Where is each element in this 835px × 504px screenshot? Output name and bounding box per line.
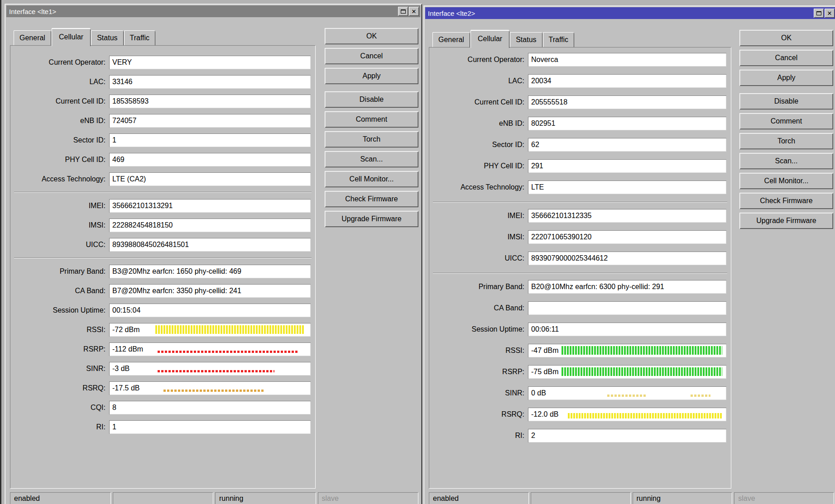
scan-button[interactable]: Scan... (739, 153, 833, 169)
uicc-field[interactable]: 8939880845026481501 (109, 238, 311, 252)
sector-id-label: Sector ID: (432, 141, 528, 149)
sinr-field[interactable]: 0 dB (528, 386, 726, 400)
rsrp-row: RSRP:-75 dBm (432, 365, 728, 379)
session-uptime-field[interactable]: 00:15:04 (109, 304, 311, 317)
check-firmware-button[interactable]: Check Firmware (739, 193, 833, 209)
ca-band-field[interactable] (528, 301, 726, 315)
upgrade-firmware-button[interactable]: Upgrade Firmware (325, 211, 418, 227)
session-uptime-row: Session Uptime:00:15:04 (13, 304, 312, 317)
primary-band-field[interactable]: B20@10Mhz earfcn: 6300 phy-cellid: 291 (528, 280, 726, 294)
rssi-value: -47 dBm (531, 347, 558, 355)
uicc-value: 8939880845026481501 (112, 241, 189, 249)
current-cell-id-field[interactable]: 185358593 (109, 95, 311, 108)
lac-field[interactable]: 20034 (528, 74, 726, 88)
group-separator (14, 257, 312, 258)
cell-monitor-button[interactable]: Cell Monitor... (739, 173, 833, 189)
phy-cell-id-field[interactable]: 469 (109, 153, 311, 166)
rsrq-row: RSRQ:-17.5 dB (13, 381, 312, 395)
rsrq-field[interactable]: -17.5 dB (109, 381, 311, 395)
tab-status[interactable]: Status (91, 30, 123, 45)
cancel-button[interactable]: Cancel (325, 48, 418, 64)
rssi-field[interactable]: -47 dBm (528, 344, 726, 357)
imei-field[interactable]: 356662101313291 (109, 199, 311, 213)
rssi-field[interactable]: -72 dBm (109, 323, 311, 337)
close-button[interactable]: ✕ (409, 7, 419, 16)
uicc-field[interactable]: 8939079000025344612 (528, 252, 726, 265)
rsrp-field[interactable]: -75 dBm (528, 365, 726, 379)
ca-band-label: CA Band: (432, 304, 528, 312)
tab-general[interactable]: General (14, 30, 51, 45)
tab-traffic[interactable]: Traffic (543, 32, 575, 47)
rsrq-value: -17.5 dB (112, 384, 139, 392)
titlebar[interactable]: Interface <lte1> ✕ (6, 5, 420, 17)
rsrp-field[interactable]: -112 dBm (109, 342, 311, 356)
session-uptime-value: 00:15:04 (112, 306, 140, 314)
ca-band-field[interactable]: B7@20Mhz earfcn: 3350 phy-cellid: 241 (109, 284, 311, 298)
current-operator-field[interactable]: Noverca (528, 53, 726, 67)
close-button[interactable]: ✕ (825, 9, 835, 18)
ri-field[interactable]: 2 (528, 429, 726, 442)
current-cell-id-field[interactable]: 205555518 (528, 95, 726, 109)
disable-button[interactable]: Disable (739, 93, 833, 109)
sector-id-value: 62 (531, 141, 539, 149)
maximize-icon (401, 10, 406, 14)
imsi-label: IMSI: (432, 233, 528, 241)
apply-button[interactable]: Apply (325, 68, 418, 84)
ri-value: 2 (531, 432, 535, 440)
comment-button[interactable]: Comment (325, 111, 418, 128)
cancel-button[interactable]: Cancel (739, 50, 833, 66)
maximize-button[interactable] (398, 7, 408, 16)
tab-cellular[interactable]: Cellular (52, 28, 91, 46)
sinr-signal-bar (691, 395, 710, 397)
access-technology-field[interactable]: LTE (528, 181, 726, 194)
lac-field[interactable]: 33146 (109, 75, 311, 89)
sinr-field[interactable]: -3 dB (109, 362, 311, 376)
session-uptime-label: Session Uptime: (432, 325, 528, 333)
rssi-signal-bar (155, 325, 304, 334)
enb-id-field[interactable]: 802951 (528, 117, 726, 130)
tab-status[interactable]: Status (510, 32, 542, 47)
enb-id-field[interactable]: 724057 (109, 114, 311, 128)
imei-value: 356662101313291 (112, 202, 173, 210)
imsi-field[interactable]: 222882454818150 (109, 219, 311, 232)
imsi-field[interactable]: 222071065390120 (528, 230, 726, 244)
sector-id-field[interactable]: 62 (528, 138, 726, 152)
session-uptime-field[interactable]: 00:06:11 (528, 323, 726, 336)
rsrp-signal-bar (561, 367, 722, 376)
primary-band-field[interactable]: B3@20Mhz earfcn: 1650 phy-cellid: 469 (109, 265, 311, 278)
upgrade-firmware-button[interactable]: Upgrade Firmware (739, 213, 833, 229)
tab-bar: GeneralCellularStatusTraffic (14, 27, 156, 45)
torch-button[interactable]: Torch (325, 131, 418, 147)
titlebar[interactable]: Interface <lte2> ✕ (425, 7, 835, 19)
rssi-value: -72 dBm (112, 326, 139, 334)
tab-cellular[interactable]: Cellular (470, 30, 509, 48)
tab-general[interactable]: General (432, 32, 470, 47)
apply-button[interactable]: Apply (739, 70, 833, 86)
rsrq-field[interactable]: -12.0 dB (528, 408, 726, 421)
rssi-signal-bar (561, 346, 722, 355)
ok-button[interactable]: OK (739, 30, 833, 46)
maximize-button[interactable] (814, 9, 824, 18)
cqi-field[interactable]: 8 (109, 401, 311, 414)
ri-field[interactable]: 1 (109, 420, 311, 434)
uicc-row: UICC:8939880845026481501 (13, 238, 312, 252)
ok-button[interactable]: OK (325, 28, 418, 44)
imei-field[interactable]: 356662101312335 (528, 209, 726, 223)
comment-button[interactable]: Comment (739, 113, 833, 129)
sector-id-label: Sector ID: (13, 136, 109, 144)
access-technology-row: Access Technology:LTE (CA2) (13, 172, 312, 186)
cell-monitor-button[interactable]: Cell Monitor... (325, 171, 418, 187)
sector-id-field[interactable]: 1 (109, 133, 311, 147)
scan-button[interactable]: Scan... (325, 151, 418, 167)
check-firmware-button[interactable]: Check Firmware (325, 191, 418, 207)
rssi-label: RSSI: (13, 326, 109, 334)
rsrp-row: RSRP:-112 dBm (13, 342, 312, 356)
disable-button[interactable]: Disable (325, 91, 418, 108)
torch-button[interactable]: Torch (739, 133, 833, 149)
tab-traffic[interactable]: Traffic (124, 30, 156, 45)
phy-cell-id-field[interactable]: 291 (528, 159, 726, 173)
group-separator (14, 192, 312, 193)
access-technology-value: LTE (531, 183, 544, 191)
access-technology-field[interactable]: LTE (CA2) (109, 172, 311, 186)
current-operator-field[interactable]: VERY (109, 56, 311, 69)
